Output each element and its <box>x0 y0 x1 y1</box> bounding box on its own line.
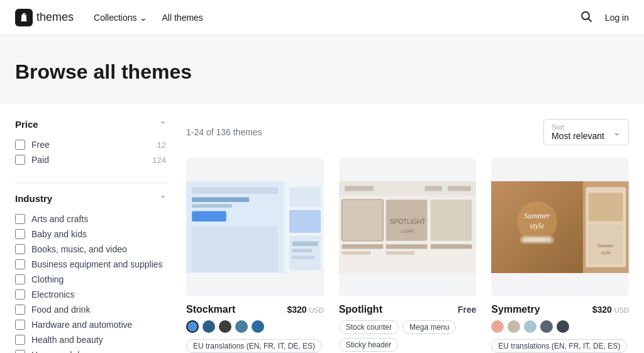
svg-text:style: style <box>530 221 545 230</box>
industry-checkbox-0[interactable] <box>15 214 25 224</box>
page-title: Browse all themes <box>15 60 629 84</box>
theme-colors <box>491 320 629 333</box>
theme-price: $320 USD <box>592 305 629 315</box>
industry-checkbox-1[interactable] <box>15 229 25 239</box>
nav-links: Collections ⌄ All themes <box>94 13 203 23</box>
theme-name: Stockmart <box>186 304 235 315</box>
industry-label-0: Arts and crafts <box>31 214 166 224</box>
sort-chevron-icon: ⌄ <box>613 127 621 137</box>
filter-item-industry-4: Clothing <box>15 272 166 287</box>
industry-checkbox-4[interactable] <box>15 274 25 284</box>
svg-rect-13 <box>289 236 321 271</box>
industry-checkbox-3[interactable] <box>15 259 25 269</box>
theme-tags: Stock counterMega menuSticky header <box>339 320 477 352</box>
industry-label-8: Health and beauty <box>31 335 166 345</box>
theme-tags: EU translations (EN, FR, IT, DE, ES)Age … <box>186 339 324 353</box>
theme-tag[interactable]: Mega menu <box>402 320 456 334</box>
svg-rect-19 <box>345 186 374 191</box>
results-count: 1-24 of 136 themes <box>186 127 262 137</box>
color-option-0[interactable] <box>186 320 199 333</box>
industry-label-3: Business equipment and supplies <box>31 259 166 269</box>
content-header: 1-24 of 136 themes Sort Most relevant ⌄ <box>186 119 629 145</box>
theme-currency: USD <box>309 306 323 314</box>
sort-dropdown[interactable]: Sort Most relevant ⌄ <box>543 119 629 145</box>
paid-label: Paid <box>31 155 146 165</box>
color-option-1[interactable] <box>508 320 520 333</box>
color-option-2[interactable] <box>219 320 231 333</box>
theme-colors <box>186 320 324 333</box>
price-chevron-icon[interactable]: ⌃ <box>160 120 166 129</box>
svg-rect-24 <box>430 199 472 241</box>
theme-price: Free <box>458 305 477 315</box>
theme-grid: Stockmart $320 USD EU translations (EN, … <box>186 158 629 353</box>
sort-control: Sort Most relevant <box>552 123 604 141</box>
content-area: 1-24 of 136 themes Sort Most relevant ⌄ <box>186 119 629 353</box>
sidebar-divider <box>15 182 166 183</box>
industry-filter-title: Industry <box>15 193 52 204</box>
industry-label-9: Home and decor <box>31 350 166 353</box>
theme-card-spotlight: SPOTLIGHT LIGHT Spotlight Free Stock cou… <box>339 158 477 353</box>
svg-rect-16 <box>292 256 315 259</box>
filter-item-industry-9: Home and decor <box>15 347 166 353</box>
theme-thumbnail[interactable]: SPOTLIGHT LIGHT <box>339 158 477 296</box>
svg-rect-9 <box>192 226 278 272</box>
shopify-bag-icon <box>15 9 33 26</box>
theme-tag[interactable]: Stock counter <box>339 320 399 334</box>
svg-rect-11 <box>289 187 321 207</box>
paid-checkbox[interactable] <box>15 155 25 165</box>
paid-count: 124 <box>152 155 166 165</box>
color-option-3[interactable] <box>235 320 248 333</box>
color-option-4[interactable] <box>557 320 569 333</box>
industry-checkbox-5[interactable] <box>15 289 25 300</box>
price-filter-title: Price <box>15 119 38 130</box>
color-option-0[interactable] <box>491 320 504 333</box>
industry-label-2: Books, music, and video <box>31 244 166 254</box>
theme-tag[interactable]: EU translations (EN, FR, IT, DE, ES) <box>186 339 322 353</box>
color-option-2[interactable] <box>524 320 536 333</box>
color-option-3[interactable] <box>540 320 553 333</box>
svg-rect-14 <box>292 242 318 246</box>
theme-thumbnail[interactable]: Summer style Summer style <box>491 158 629 296</box>
industry-chevron-icon[interactable]: ⌃ <box>160 194 166 203</box>
industry-filter-section: Industry ⌃ Arts and crafts Baby and kids… <box>15 193 166 353</box>
industry-checkbox-9[interactable] <box>15 350 25 353</box>
filter-item-industry-8: Health and beauty <box>15 332 166 347</box>
industry-checkbox-2[interactable] <box>15 244 25 254</box>
login-link[interactable]: Log in <box>605 13 629 23</box>
svg-rect-22 <box>341 199 383 241</box>
search-icon[interactable] <box>580 10 592 25</box>
color-option-4[interactable] <box>252 320 264 333</box>
logo-text: themes <box>36 11 74 24</box>
svg-rect-5 <box>192 187 278 194</box>
navbar: themes Collections ⌄ All themes Log in <box>0 0 644 35</box>
industry-checkbox-8[interactable] <box>15 335 25 345</box>
theme-tag[interactable]: Sticky header <box>339 338 399 352</box>
svg-rect-42 <box>589 193 623 221</box>
industry-checkbox-7[interactable] <box>15 320 25 330</box>
free-checkbox[interactable] <box>15 140 25 150</box>
nav-all-themes[interactable]: All themes <box>162 13 203 23</box>
theme-thumbnail[interactable] <box>186 158 324 296</box>
svg-rect-12 <box>289 210 321 233</box>
industry-filter-items: Arts and crafts Baby and kids Books, mus… <box>15 211 166 353</box>
logo[interactable]: themes <box>15 9 74 26</box>
theme-price: $320 USD <box>287 305 323 315</box>
nav-collections[interactable]: Collections ⌄ <box>94 13 147 23</box>
theme-name-row: Spotlight Free <box>339 304 477 315</box>
theme-name: Symmetry <box>491 304 540 315</box>
svg-rect-27 <box>386 244 427 249</box>
theme-tag[interactable]: EU translations (EN, FR, IT, DE, ES) <box>491 339 627 353</box>
industry-checkbox-6[interactable] <box>15 305 25 315</box>
filter-item-free: Free 12 <box>15 137 166 152</box>
svg-line-2 <box>588 19 591 22</box>
industry-label-6: Food and drink <box>31 305 166 315</box>
free-count: 12 <box>157 140 166 150</box>
main-layout: Price ⌃ Free 12 Paid 124 Industry ⌃ <box>0 104 644 353</box>
svg-rect-21 <box>448 186 470 191</box>
theme-info: Spotlight Free Stock counterMega menuSti… <box>339 296 477 353</box>
svg-rect-29 <box>341 251 370 254</box>
color-option-1[interactable] <box>203 320 215 333</box>
filter-item-paid: Paid 124 <box>15 152 166 167</box>
svg-rect-8 <box>192 211 226 221</box>
theme-currency: USD <box>614 306 629 314</box>
